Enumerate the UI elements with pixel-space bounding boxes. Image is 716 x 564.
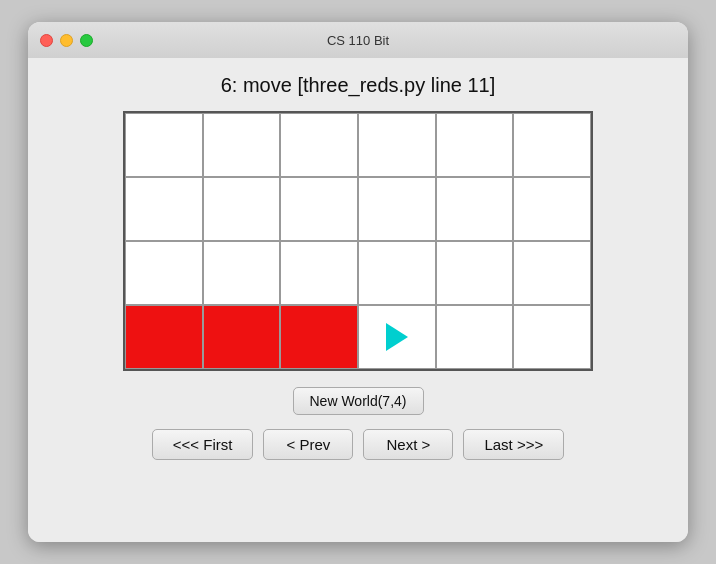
close-button[interactable]: [40, 34, 53, 47]
window-title: CS 110 Bit: [327, 33, 389, 48]
cell-2-5: [513, 241, 591, 305]
cell-1-0: [125, 177, 203, 241]
cell-3-2: [280, 305, 358, 369]
cell-1-1: [203, 177, 281, 241]
cell-3-3: [358, 305, 436, 369]
cell-1-4: [436, 177, 514, 241]
maximize-button[interactable]: [80, 34, 93, 47]
cell-0-3: [358, 113, 436, 177]
cell-0-4: [436, 113, 514, 177]
last-button[interactable]: Last >>>: [463, 429, 564, 460]
prev-button[interactable]: < Prev: [263, 429, 353, 460]
cell-3-4: [436, 305, 514, 369]
next-button[interactable]: Next >: [363, 429, 453, 460]
first-button[interactable]: <<< First: [152, 429, 254, 460]
cell-2-0: [125, 241, 203, 305]
nav-buttons: <<< First < Prev Next > Last >>>: [152, 429, 564, 460]
app-window: CS 110 Bit 6: move [three_reds.py line 1…: [28, 22, 688, 542]
traffic-lights: [40, 34, 93, 47]
cell-2-2: [280, 241, 358, 305]
cell-0-2: [280, 113, 358, 177]
world-grid: [123, 111, 593, 371]
cell-0-0: [125, 113, 203, 177]
cell-1-5: [513, 177, 591, 241]
titlebar: CS 110 Bit: [28, 22, 688, 58]
cell-3-1: [203, 305, 281, 369]
cell-3-0: [125, 305, 203, 369]
cell-0-5: [513, 113, 591, 177]
play-arrow-icon: [386, 323, 408, 351]
cell-1-3: [358, 177, 436, 241]
new-world-button[interactable]: New World(7,4): [293, 387, 424, 415]
cell-1-2: [280, 177, 358, 241]
main-content: 6: move [three_reds.py line 11]: [28, 58, 688, 542]
cell-3-5: [513, 305, 591, 369]
cell-2-4: [436, 241, 514, 305]
new-world-area: New World(7,4): [293, 387, 424, 415]
cell-0-1: [203, 113, 281, 177]
minimize-button[interactable]: [60, 34, 73, 47]
step-title: 6: move [three_reds.py line 11]: [221, 74, 496, 97]
cell-2-3: [358, 241, 436, 305]
cell-2-1: [203, 241, 281, 305]
